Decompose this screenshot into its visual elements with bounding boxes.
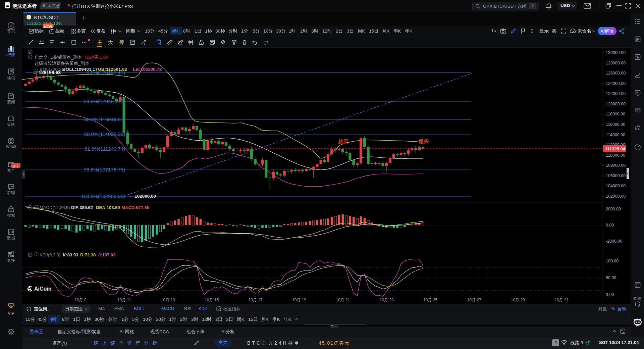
- svg-text:10月 11: 10月 11: [117, 298, 131, 302]
- svg-text:D:72.38: D:72.38: [80, 252, 96, 257]
- svg-text:10月 23: 10月 23: [380, 298, 394, 302]
- svg-text:UB:112501.62: UB:112501.62: [98, 67, 127, 72]
- svg-text:TD超买:1.00: TD超买:1.00: [84, 55, 108, 60]
- svg-text:DEA:103.69: DEA:103.69: [96, 205, 120, 210]
- svg-text:100.0%(102000.00): 100.0%(102000.00): [81, 193, 125, 199]
- svg-text:110000.00: 110000.00: [606, 153, 625, 158]
- svg-text:106000.00: 106000.00: [606, 173, 626, 178]
- svg-text:10月 31: 10月 31: [554, 298, 569, 302]
- svg-text:0.00: 0.00: [606, 292, 614, 297]
- svg-text:BOLL:109401.17: BOLL:109401.17: [62, 67, 98, 72]
- svg-text:118000.00: 118000.00: [606, 112, 625, 116]
- svg-text:108000.00: 108000.00: [606, 163, 626, 168]
- svg-text:10月 9: 10月 9: [74, 298, 87, 302]
- svg-text:ETF: ETF: [635, 109, 640, 111]
- svg-text:78.6%(107176.75): 78.6%(107176.75): [84, 167, 125, 172]
- svg-text:K:83.93: K:83.93: [63, 252, 78, 257]
- svg-text:超买: 超买: [418, 138, 429, 144]
- svg-text:126000.00: 126000.00: [606, 71, 626, 76]
- svg-text:102000.00: 102000.00: [606, 194, 626, 199]
- svg-text:124000.00: 124000.00: [606, 81, 626, 86]
- svg-text:120000.00: 120000.00: [606, 102, 626, 106]
- svg-text:← 126199.63: ← 126199.63: [33, 70, 61, 75]
- svg-text:111325.04: 111325.04: [605, 146, 626, 151]
- svg-text:116000.00: 116000.00: [606, 122, 625, 127]
- svg-text:10月 13: 10月 13: [161, 298, 175, 302]
- svg-text:10月 27: 10月 27: [467, 298, 481, 302]
- svg-text:2000.00: 2000.00: [606, 207, 621, 211]
- svg-text:130000.00: 130000.00: [606, 50, 626, 55]
- svg-text:-2000.00: -2000.00: [606, 239, 622, 244]
- svg-text:128000.00: 128000.00: [606, 61, 626, 65]
- svg-text:ai: ai: [10, 24, 12, 28]
- svg-text:10月 15: 10月 15: [205, 298, 219, 302]
- svg-text:MACD(12,26,9): MACD(12,26,9): [40, 205, 70, 210]
- svg-text:100.00: 100.00: [606, 259, 619, 263]
- svg-text:自定义TD指标策略_副本: 自定义TD指标策略_副本: [35, 55, 82, 60]
- svg-text:← 102000.00: ← 102000.00: [129, 194, 156, 199]
- svg-text:0.00: 0.00: [606, 223, 614, 228]
- svg-text:50.0%(114095.20): 50.0%(114095.20): [84, 131, 125, 137]
- svg-text:10月 29: 10月 29: [511, 298, 525, 302]
- svg-text:23.6%(120481.47): 23.6%(120481.47): [84, 98, 125, 104]
- svg-text:104000.00: 104000.00: [606, 184, 626, 188]
- svg-text:10月 25: 10月 25: [423, 298, 437, 302]
- svg-text:AiCoin: AiCoin: [34, 286, 52, 292]
- svg-text:KDJ(9,3,3): KDJ(9,3,3): [40, 252, 60, 257]
- svg-text:超买: 超买: [338, 139, 348, 144]
- svg-text:10月 21: 10月 21: [336, 298, 350, 302]
- svg-text:122000.00: 122000.00: [606, 91, 626, 96]
- svg-text:114000.00: 114000.00: [606, 133, 625, 137]
- svg-text:61.8%(111240.74): 61.8%(111240.74): [85, 146, 125, 152]
- svg-text:MACD:571.85: MACD:571.85: [121, 205, 149, 210]
- svg-text:LB:106300.72: LB:106300.72: [133, 67, 162, 72]
- svg-text:10月 17: 10月 17: [249, 298, 263, 302]
- svg-text:38.2%(116949.67): 38.2%(116949.67): [84, 116, 125, 122]
- svg-text:DIF:389.62: DIF:389.62: [71, 205, 93, 210]
- svg-text:50.00: 50.00: [606, 276, 616, 280]
- svg-text:J:107.03: J:107.03: [98, 252, 115, 257]
- svg-text:10月 19: 10月 19: [292, 298, 306, 302]
- svg-text:超级波段追踪多头策略_副本: 超级波段追踪多头策略_副本: [35, 61, 89, 66]
